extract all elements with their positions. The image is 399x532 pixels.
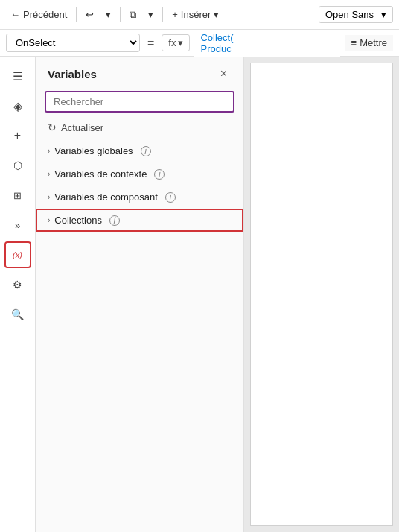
chevron-right-icon: › [48, 147, 50, 155]
context-variables-label: Variables de contexte [54, 168, 147, 180]
mettre-label: Mettre [360, 37, 387, 48]
sidebar-controls-button[interactable]: ⚙ [4, 271, 31, 298]
formula-sub: Produc [200, 43, 231, 54]
component-variables-label: Variables de composant [54, 191, 158, 203]
menu-icon: ☰ [13, 69, 23, 83]
variables-panel: Variables × ↻ Actualiser › Variables glo… [36, 57, 244, 532]
fx-button[interactable]: fx ▾ [162, 34, 190, 51]
back-label: Précédent [23, 9, 67, 20]
sidebar-arrow-button[interactable]: » [4, 212, 31, 238]
sidebar-screens-button[interactable]: ⊞ [4, 182, 31, 209]
back-arrow-icon: ← [10, 9, 20, 20]
insert-chevron-icon: ▾ [214, 9, 219, 20]
formula-text: Collect( [200, 32, 233, 43]
sidebar-search-button[interactable]: 🔍 [4, 301, 31, 328]
global-variables-label: Variables globales [54, 145, 133, 156]
fx-label: fx [168, 37, 176, 48]
undo-chevron-button[interactable]: ▾ [101, 6, 115, 23]
mettre-area: ≡ Mettre [345, 35, 393, 51]
collections-group[interactable]: › Collections i [36, 209, 243, 232]
controls-icon: ⚙ [13, 279, 22, 291]
collections-label: Collections [54, 215, 102, 226]
panel-header: Variables × [36, 57, 243, 88]
search-container [36, 88, 243, 118]
divider-1 [76, 7, 77, 22]
info-icon-global: i [141, 146, 151, 156]
panel-close-button[interactable]: × [216, 66, 232, 82]
insert-label: Insérer [181, 9, 211, 20]
data-icon: ⬡ [13, 159, 22, 171]
formula-expression[interactable]: Collect( Produc [194, 30, 339, 57]
component-variables-group[interactable]: › Variables de composant i [36, 186, 243, 209]
context-variables-group[interactable]: › Variables de contexte i [36, 162, 243, 186]
main-area: ☰ ◈ + ⬡ ⊞ » (x) ⚙ 🔍 Variables [0, 57, 399, 532]
global-variables-group[interactable]: › Variables globales i [36, 139, 243, 162]
formula-bar: OnSelect = fx ▾ Collect( Produc ≡ Mettre [0, 30, 399, 57]
screens-icon: ⊞ [13, 190, 22, 201]
copy-icon: ⧉ [130, 9, 136, 21]
chevron-right-icon-3: › [48, 193, 50, 201]
panel-title: Variables [48, 68, 97, 80]
info-icon-context: i [154, 169, 165, 180]
canvas-area [244, 57, 399, 532]
font-name: Open Sans [325, 9, 374, 20]
refresh-row[interactable]: ↻ Actualiser [36, 118, 243, 139]
plus-icon: + [172, 9, 178, 20]
refresh-label: Actualiser [61, 122, 103, 133]
sidebar-menu-button[interactable]: ☰ [4, 63, 31, 89]
main-toolbar: ← Précédent ↩ ▾ ⧉ ▾ + Insérer ▾ Open San… [0, 0, 399, 30]
undo-button[interactable]: ↩ [81, 6, 98, 23]
chevron-right-icon-2: › [48, 170, 50, 178]
undo-icon: ↩ [86, 9, 94, 20]
canvas-inner [250, 63, 393, 526]
layers-icon: ◈ [13, 99, 22, 113]
info-icon-component: i [165, 192, 176, 203]
refresh-icon: ↻ [48, 121, 57, 133]
list-icon: ≡ [351, 37, 357, 48]
font-selector[interactable]: Open Sans ▾ [319, 6, 393, 23]
close-icon: × [220, 67, 227, 80]
search-icon: 🔍 [11, 308, 24, 320]
add-icon: + [14, 129, 21, 142]
copy-chevron-button[interactable]: ▾ [144, 6, 158, 23]
property-select[interactable]: OnSelect [6, 34, 140, 52]
divider-3 [162, 7, 163, 22]
back-button[interactable]: ← Précédent [6, 6, 71, 23]
equals-sign: = [144, 37, 157, 50]
info-icon-collections: i [109, 215, 120, 226]
insert-button[interactable]: + Insérer ▾ [167, 6, 223, 23]
variables-icon: (x) [13, 250, 22, 259]
chevron-right-icon-4: › [48, 216, 50, 224]
copy-button[interactable]: ⧉ [125, 6, 141, 24]
fx-chevron-icon: ▾ [178, 37, 183, 48]
search-input[interactable] [45, 91, 234, 113]
sidebar-data-button[interactable]: ⬡ [4, 152, 31, 179]
sidebar-icons-panel: ☰ ◈ + ⬡ ⊞ » (x) ⚙ 🔍 [0, 57, 36, 532]
sidebar-layers-button[interactable]: ◈ [4, 92, 31, 119]
sidebar-add-button[interactable]: + [4, 122, 31, 149]
chevron-down-icon-2: ▾ [148, 9, 153, 20]
arrow-icon: » [15, 220, 20, 231]
font-chevron-icon: ▾ [381, 9, 386, 20]
chevron-down-icon: ▾ [106, 9, 111, 20]
sidebar-variables-button[interactable]: (x) [4, 241, 31, 268]
divider-2 [120, 7, 121, 22]
